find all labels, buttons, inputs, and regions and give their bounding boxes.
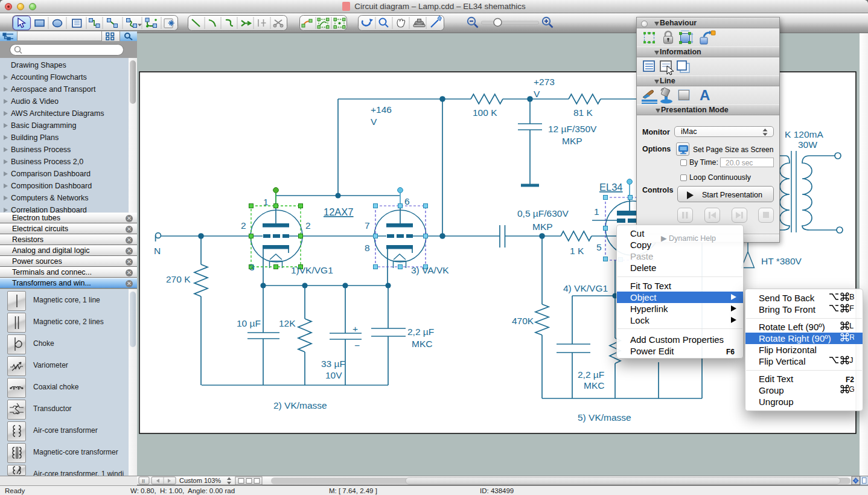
- svg-text:MKP: MKP: [532, 222, 553, 232]
- svg-text:MKP: MKP: [562, 136, 582, 146]
- svg-text:HT *380V: HT *380V: [761, 256, 802, 266]
- svg-text:2,2 µF: 2,2 µF: [578, 369, 604, 380]
- svg-text:2: 2: [241, 220, 246, 231]
- svg-text:30W: 30W: [798, 139, 817, 150]
- svg-text:B: B: [849, 292, 854, 301]
- svg-text:+146: +146: [371, 104, 392, 115]
- svg-text:K 120mA: K 120mA: [785, 129, 823, 139]
- svg-text:R: R: [849, 333, 854, 342]
- svg-text:10V: 10V: [325, 370, 342, 380]
- svg-text:470K: 470K: [512, 316, 534, 326]
- svg-text:+273: +273: [534, 77, 555, 87]
- svg-text:2,2 µF: 2,2 µF: [407, 327, 434, 337]
- svg-text:4) VK/VG1: 4) VK/VG1: [563, 283, 608, 293]
- svg-text:G: G: [849, 385, 854, 394]
- svg-text:270 K: 270 K: [166, 274, 191, 284]
- svg-text:V: V: [371, 117, 377, 127]
- svg-text:3) VA/VK: 3) VA/VK: [411, 265, 449, 275]
- svg-text:7: 7: [365, 220, 370, 231]
- svg-text:12K: 12K: [279, 318, 296, 328]
- svg-text:MKC: MKC: [584, 380, 604, 391]
- svg-text:5: 5: [596, 242, 602, 252]
- svg-text:1: 1: [263, 197, 269, 207]
- svg-text:Custom 103%: Custom 103%: [179, 477, 221, 484]
- svg-text:2) VK/masse: 2) VK/masse: [273, 400, 327, 410]
- svg-text:1 K: 1 K: [570, 246, 584, 256]
- svg-text:10 µF: 10 µF: [237, 318, 261, 328]
- svg-text:12 µF/350V: 12 µF/350V: [548, 124, 597, 134]
- svg-text:12AX7: 12AX7: [324, 206, 354, 217]
- svg-text:1: 1: [594, 206, 599, 217]
- svg-text:F: F: [849, 304, 854, 313]
- svg-text:−: −: [354, 340, 360, 351]
- svg-text:J: J: [849, 356, 854, 365]
- svg-text:33 µF: 33 µF: [321, 359, 345, 369]
- svg-text:0,5 µF/630V: 0,5 µF/630V: [517, 208, 569, 219]
- svg-text:MKC: MKC: [412, 339, 432, 349]
- svg-text:L: L: [849, 321, 854, 330]
- svg-text:6: 6: [404, 196, 410, 206]
- svg-text:8: 8: [365, 243, 370, 253]
- svg-text:II: II: [142, 478, 145, 484]
- svg-text:N: N: [154, 246, 161, 256]
- svg-text:81 K: 81 K: [573, 107, 593, 118]
- svg-text:1)VK/VG1: 1)VK/VG1: [291, 265, 333, 275]
- svg-text:3: 3: [249, 262, 255, 272]
- svg-text:5) VK/masse: 5) VK/masse: [578, 412, 631, 423]
- svg-text:2: 2: [305, 220, 311, 231]
- svg-text:V: V: [534, 89, 540, 99]
- svg-text:+: +: [353, 324, 358, 334]
- svg-text:100 K: 100 K: [473, 107, 497, 118]
- svg-text:A: A: [700, 87, 710, 103]
- svg-text:EL34: EL34: [599, 182, 623, 193]
